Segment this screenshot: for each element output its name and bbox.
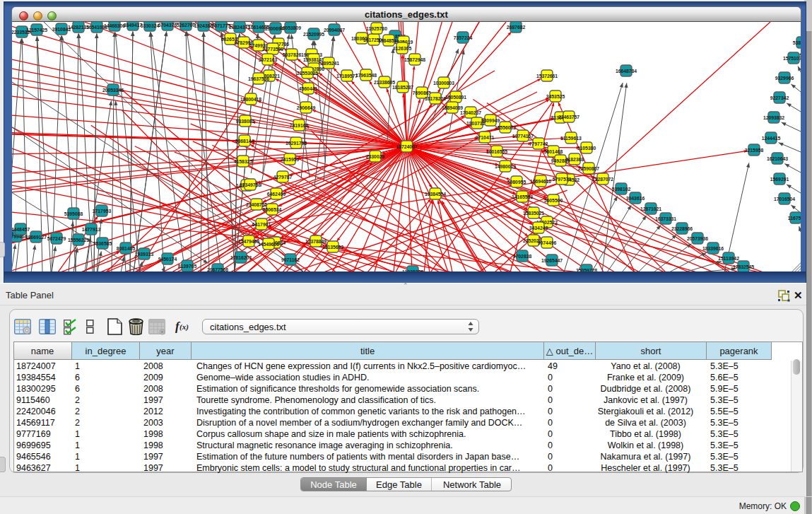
svg-text:9702838: 9702838 xyxy=(513,254,532,259)
svg-text:21338605: 21338605 xyxy=(374,80,395,85)
svg-text:16053809: 16053809 xyxy=(280,25,301,30)
svg-text:20824371: 20824371 xyxy=(229,25,250,30)
svg-text:5080955: 5080955 xyxy=(507,180,526,185)
svg-text:5601468: 5601468 xyxy=(544,149,563,154)
svg-text:6071775: 6071775 xyxy=(212,23,231,28)
svg-text:18050891: 18050891 xyxy=(445,95,466,100)
svg-text:17189577: 17189577 xyxy=(336,74,358,78)
svg-text:16694610: 16694610 xyxy=(530,179,551,184)
svg-text:18669127: 18669127 xyxy=(25,235,47,240)
svg-text:10300803: 10300803 xyxy=(433,81,454,86)
svg-text:7357224: 7357224 xyxy=(454,35,473,40)
svg-text:17040237: 17040237 xyxy=(460,110,481,115)
svg-text:11925780: 11925780 xyxy=(366,26,387,31)
svg-text:5105380: 5105380 xyxy=(577,146,596,151)
svg-text:17832545: 17832545 xyxy=(733,264,754,269)
svg-text:116753: 116753 xyxy=(788,216,801,221)
svg-text:12093832: 12093832 xyxy=(763,115,784,120)
svg-text:14468306: 14468306 xyxy=(104,23,125,28)
svg-text:8139705: 8139705 xyxy=(178,264,197,269)
svg-text:15372661: 15372661 xyxy=(536,74,558,78)
svg-text:18339616: 18339616 xyxy=(702,246,724,251)
svg-text:10830329: 10830329 xyxy=(12,231,13,236)
svg-text:17349758: 17349758 xyxy=(240,182,261,187)
svg-text:5395088: 5395088 xyxy=(64,211,83,216)
svg-text:17016504: 17016504 xyxy=(774,197,795,201)
svg-text:11938386: 11938386 xyxy=(402,269,423,272)
svg-text:9710471: 9710471 xyxy=(476,135,495,140)
svg-text:13287072: 13287072 xyxy=(592,177,613,182)
svg-text:3043616: 3043616 xyxy=(626,196,645,201)
svg-text:12871021: 12871021 xyxy=(640,206,661,211)
svg-text:7797742: 7797742 xyxy=(529,141,548,146)
svg-text:8368144: 8368144 xyxy=(235,139,254,144)
svg-text:5037826: 5037826 xyxy=(283,52,302,57)
svg-text:7536585: 7536585 xyxy=(93,241,112,246)
svg-text:11159613: 11159613 xyxy=(560,136,582,141)
svg-text:10291795: 10291795 xyxy=(286,141,307,146)
svg-text:15751074: 15751074 xyxy=(783,56,801,61)
svg-text:2906649: 2906649 xyxy=(297,105,316,110)
svg-text:18185287: 18185287 xyxy=(392,85,413,90)
svg-text:3215958: 3215958 xyxy=(745,148,764,153)
svg-text:2687682: 2687682 xyxy=(507,25,526,30)
svg-text:4560441: 4560441 xyxy=(299,86,318,91)
svg-text:18724007: 18724007 xyxy=(396,144,417,149)
svg-text:6330324: 6330324 xyxy=(141,23,160,28)
svg-text:20573936: 20573936 xyxy=(687,236,708,241)
svg-text:15556229: 15556229 xyxy=(68,238,89,243)
svg-text:9450174: 9450174 xyxy=(158,257,177,262)
svg-text:3849417: 3849417 xyxy=(124,23,143,28)
svg-text:23895241: 23895241 xyxy=(318,61,339,66)
svg-text:20677566: 20677566 xyxy=(207,267,228,272)
svg-text:15872948: 15872948 xyxy=(404,57,425,62)
svg-text:23408755: 23408755 xyxy=(246,202,267,207)
svg-text:15113942: 15113942 xyxy=(718,256,739,261)
svg-text:9492889: 9492889 xyxy=(551,158,570,163)
svg-text:16210643: 16210643 xyxy=(767,156,788,161)
svg-text:9338085: 9338085 xyxy=(236,119,255,124)
svg-text:9071162: 9071162 xyxy=(281,257,300,262)
svg-text:9309949: 9309949 xyxy=(481,118,500,123)
svg-text:1244415: 1244415 xyxy=(762,136,781,141)
svg-text:3434243: 3434243 xyxy=(529,226,548,230)
svg-text:18556002: 18556002 xyxy=(495,125,516,130)
svg-text:21520995: 21520995 xyxy=(303,32,324,37)
svg-text:19800418: 19800418 xyxy=(240,97,261,102)
svg-text:5398102: 5398102 xyxy=(612,187,631,192)
svg-text:1569291: 1569291 xyxy=(770,177,789,182)
svg-text:20053346: 20053346 xyxy=(102,88,124,93)
svg-text:1477913: 1477913 xyxy=(82,227,101,232)
svg-text:15059728: 15059728 xyxy=(576,268,597,272)
svg-text:15479469: 15479469 xyxy=(238,239,259,244)
svg-text:(x): (x) xyxy=(180,322,189,332)
svg-text:14980019: 14980019 xyxy=(495,164,516,169)
svg-text:8081405: 8081405 xyxy=(117,246,136,251)
svg-text:3453525: 3453525 xyxy=(546,94,565,99)
svg-text:12378849: 12378849 xyxy=(305,239,326,244)
svg-text:14549606: 14549606 xyxy=(258,242,279,247)
svg-text:5672479: 5672479 xyxy=(47,236,66,241)
svg-text:16648784: 16648784 xyxy=(616,69,637,74)
svg-text:5605500: 5605500 xyxy=(544,198,563,203)
svg-text:6462499: 6462499 xyxy=(267,192,286,197)
svg-text:6417901: 6417901 xyxy=(252,222,271,227)
svg-text:2415959: 2415959 xyxy=(281,157,300,162)
svg-text:4158325: 4158325 xyxy=(234,159,253,164)
svg-text:14165563: 14165563 xyxy=(512,194,533,199)
svg-text:12157425: 12157425 xyxy=(26,28,47,33)
svg-text:9329966: 9329966 xyxy=(775,76,794,81)
svg-text:1717953: 1717953 xyxy=(93,209,112,214)
svg-text:16373331: 16373331 xyxy=(655,216,676,221)
svg-text:3072163: 3072163 xyxy=(259,57,278,62)
svg-text:18894089: 18894089 xyxy=(442,105,463,110)
svg-text:5387686: 5387686 xyxy=(793,40,801,45)
svg-text:19384554: 19384554 xyxy=(425,192,446,197)
svg-text:17963548: 17963548 xyxy=(355,73,377,78)
svg-text:5262700: 5262700 xyxy=(177,23,196,28)
svg-text:23463757: 23463757 xyxy=(558,115,579,119)
svg-text:19637536: 19637536 xyxy=(248,76,269,81)
svg-text:23228966: 23228966 xyxy=(671,226,693,231)
svg-text:2330028: 2330028 xyxy=(366,154,385,159)
svg-text:21553025: 21553025 xyxy=(297,71,318,76)
